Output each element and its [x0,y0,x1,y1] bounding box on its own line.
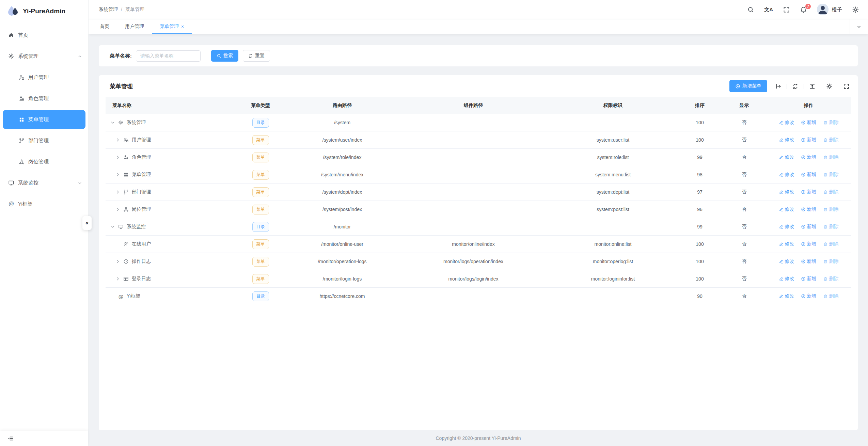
notifications-button[interactable]: 7 [800,6,807,13]
delete-button[interactable]: 删除 [823,154,839,160]
type-tag: 菜单 [252,205,269,214]
chevron-right-icon[interactable] [115,207,120,212]
edit-button[interactable]: 修改 [779,189,794,195]
sidebar-item-users[interactable]: 用户管理 [0,67,88,88]
add-button[interactable]: 新增 [801,189,817,195]
delete-button[interactable]: 删除 [823,206,839,212]
tab-menus[interactable]: 菜单管理 × [152,19,192,34]
add-button[interactable]: 新增 [801,137,817,143]
plus-circle-icon [801,224,806,229]
search-button[interactable] [747,6,754,13]
language-button[interactable]: 文A [764,6,773,13]
sidebar-item-yi-framework[interactable]: @ Yi框架 [0,193,88,214]
density-icon[interactable] [809,83,816,90]
chevron-right-icon[interactable] [115,155,120,160]
add-button[interactable]: 新增 [801,276,817,282]
settings-button[interactable] [852,6,859,13]
sort-value: 100 [678,137,722,143]
edit-button[interactable]: 修改 [779,120,794,126]
tab-users[interactable]: 用户管理 [117,19,152,34]
delete-button[interactable]: 删除 [823,258,839,265]
sidebar-item-menus[interactable]: 菜单管理 [3,110,85,129]
menu-name: 登录日志 [132,276,151,282]
delete-button[interactable]: 删除 [823,241,839,247]
edit-button[interactable]: 修改 [779,224,794,230]
edit-button[interactable]: 修改 [779,276,794,282]
menu-name: 岗位管理 [132,206,151,212]
fullscreen-icon[interactable] [843,83,850,90]
edit-button[interactable]: 修改 [779,258,794,265]
delete-button[interactable]: 删除 [823,293,839,299]
delete-button[interactable]: 删除 [823,172,839,178]
column-settings-icon[interactable] [826,83,833,90]
delete-button[interactable]: 删除 [823,189,839,195]
edit-button[interactable]: 修改 [779,154,794,160]
chevron-down-icon [856,24,862,29]
delete-button[interactable]: 删除 [823,137,839,143]
search-submit-button[interactable]: 搜索 [211,50,238,62]
edit-button[interactable]: 修改 [779,172,794,178]
plus-circle-icon [801,294,806,299]
trash-icon [823,294,828,299]
content-area: 菜单名称: 搜索 重置 菜单管理 新增 [89,34,868,446]
add-button[interactable]: 新增 [801,206,817,212]
delete-button[interactable]: 删除 [823,276,839,282]
chevron-right-icon[interactable] [115,138,120,142]
user-menu[interactable]: 橙子 [817,4,842,15]
add-button[interactable]: 新增 [801,154,817,160]
translate-icon: 文A [764,6,773,13]
add-button[interactable]: 新增 [801,172,817,178]
close-icon[interactable]: × [181,24,184,29]
sidebar-item-depts[interactable]: 部门管理 [0,130,88,151]
add-button[interactable]: 新增 [801,293,817,299]
chevron-down-icon[interactable] [110,120,115,125]
type-tag: 菜单 [252,239,269,249]
chevron-down-icon[interactable] [110,224,115,229]
delete-button[interactable]: 删除 [823,120,839,126]
col-component-path: 组件路径 [398,102,548,109]
tab-home[interactable]: 首页 [92,19,117,34]
delete-button[interactable]: 删除 [823,224,839,230]
add-button[interactable]: 新增 [801,241,817,247]
add-menu-button[interactable]: 新增菜单 [729,80,767,92]
edit-button[interactable]: 修改 [779,206,794,212]
branch-icon [19,138,25,144]
sidebar-item-home[interactable]: 首页 [0,25,88,46]
sort-value: 90 [678,293,722,299]
tab-options-button[interactable] [850,19,868,34]
visible-value: 否 [722,137,766,143]
app-title: Yi-PureAdmin [23,7,65,15]
add-button[interactable]: 新增 [801,120,817,126]
menu-name-cell: @ Yi框架 [106,293,235,299]
sidebar-item-posts[interactable]: 岗位管理 [0,151,88,172]
menu-name-label: 菜单名称: [110,53,132,59]
sidebar-item-monitor[interactable]: 系统监控 [0,172,88,193]
chevron-right-icon[interactable] [115,276,120,281]
breadcrumb-item[interactable]: 系统管理 [99,6,118,13]
fullscreen-button[interactable] [783,6,790,13]
logo[interactable]: Yi-PureAdmin [0,0,88,22]
sidebar-item-roles[interactable]: 角色管理 [0,88,88,109]
chevron-right-icon[interactable] [115,172,120,177]
expand-toggle-icon[interactable] [775,83,782,90]
component-path: monitor/logs/login/index [398,276,548,282]
sort-value: 98 [678,172,722,177]
menu-name-input[interactable] [136,50,201,62]
sidebar-item-system[interactable]: 系统管理 [0,46,88,67]
edit-button[interactable]: 修改 [779,137,794,143]
edit-button[interactable]: 修改 [779,241,794,247]
refresh-icon[interactable] [792,83,799,90]
add-button[interactable]: 新增 [801,258,817,265]
chevron-right-icon[interactable] [115,259,120,264]
add-button[interactable]: 新增 [801,224,817,230]
edit-button[interactable]: 修改 [779,293,794,299]
reset-button[interactable]: 重置 [243,50,270,62]
menu-fold-icon[interactable] [7,435,14,442]
trash-icon [823,138,828,142]
sidebar-collapse-handle[interactable]: « [82,216,92,230]
chevron-right-icon[interactable] [115,190,120,194]
sort-value: 100 [678,241,722,247]
trash-icon [823,224,828,229]
user-filled-icon [19,96,25,101]
menu-name-cell: 菜单管理 [106,172,235,178]
